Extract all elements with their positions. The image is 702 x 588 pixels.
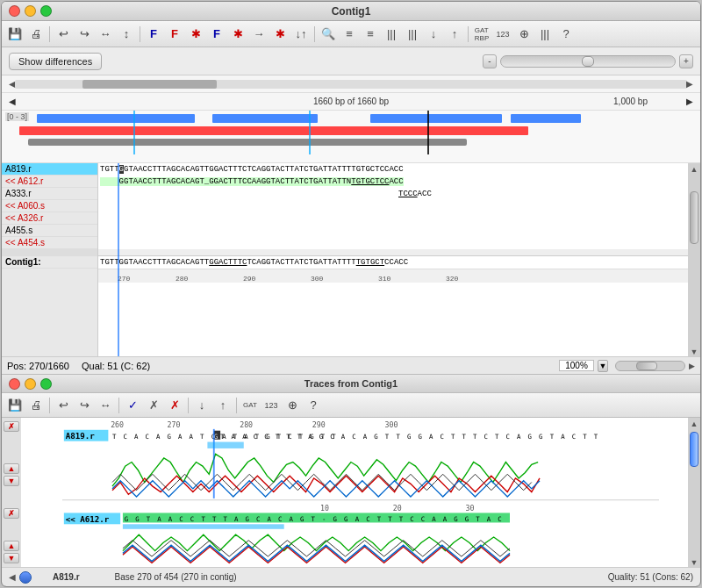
redo-icon[interactable]: ↪ [75, 25, 94, 44]
read-name-a060[interactable]: << A060.s [2, 200, 97, 212]
undo-icon[interactable]: ↩ [54, 25, 73, 44]
svg-text:G G T A A C C T T T A G C A C : G G T A A C C T T T A G C A C A G T - G … [125, 515, 504, 523]
minimize-button[interactable] [25, 5, 36, 17]
zoom-dropdown[interactable]: ▼ [598, 360, 608, 372]
h-scrollbar-thumb[interactable] [636, 362, 656, 370]
flip-v-icon[interactable]: ↕ [117, 25, 136, 44]
seq-row-a060 [98, 200, 688, 212]
svg-rect-12 [207, 442, 243, 448]
trace-gat-icon[interactable]: GAT [240, 396, 260, 415]
ruler-300: 300 [311, 275, 323, 283]
trace-link-icon[interactable]: ⊕ [283, 396, 302, 415]
lower-thumb[interactable] [19, 571, 32, 584]
trace-flip-icon[interactable]: ↔ [96, 396, 115, 415]
trace-scrollbar-thumb[interactable] [690, 432, 698, 467]
font-red-icon[interactable]: F [165, 25, 184, 44]
font-icon[interactable]: F [144, 25, 163, 44]
read-name-a819[interactable]: A819.r [2, 163, 97, 176]
sequence-panel[interactable]: TGTTGGTAACCTTTAGCACAGTTGGACTTTCTCAGGTACT… [98, 163, 688, 356]
left-arrow[interactable]: ◀ [9, 97, 16, 106]
star2-icon[interactable]: ✱ [228, 25, 247, 44]
trace-scroll-down[interactable]: ▼ [691, 558, 698, 567]
gat-icon[interactable]: GATRBP [472, 25, 491, 44]
svg-text:290: 290 [312, 420, 326, 429]
num-icon[interactable]: 123 [493, 25, 512, 44]
read-name-a612[interactable]: << A612.r [2, 176, 97, 188]
trace-svg: 260 270 280 290 300 A819.r T C A C A G A… [21, 418, 700, 567]
trace-x2-icon[interactable]: ✗ [165, 396, 184, 415]
toolbar: 💾 🖨 ↩ ↪ ↔ ↕ F F ✱ F ✱ → ✱ ↓↑ 🔍 ≡ ≡ ||| |… [2, 21, 700, 47]
lower-left-arrow[interactable]: ◀ [9, 572, 16, 582]
trace-sort2-icon[interactable]: ↑ [213, 396, 233, 415]
scroll-up-btn[interactable]: ▲ [691, 165, 698, 174]
trace-nav-dn2[interactable]: ▼ [4, 553, 19, 563]
svg-text:280: 280 [240, 420, 253, 429]
seq-row-a326 [98, 212, 688, 225]
read-name-a454[interactable]: << A454.s [2, 237, 97, 249]
trace-close-button[interactable] [9, 378, 20, 390]
vertical-scrollbar[interactable]: ▲ ▼ [688, 163, 700, 356]
read-name-a333[interactable]: A333.r [2, 188, 97, 200]
print-icon[interactable]: 🖨 [26, 25, 46, 44]
trace-nav-up1[interactable]: ▲ [4, 463, 19, 474]
trace-sort-icon[interactable]: ↓ [192, 396, 211, 415]
trace-min-button[interactable] [25, 378, 36, 390]
search-icon[interactable]: 🔍 [319, 25, 338, 44]
read-name-a326[interactable]: << A326.r [2, 212, 97, 225]
trace-undo-icon[interactable]: ↩ [54, 396, 73, 415]
scroll-down-btn[interactable]: ▼ [691, 348, 698, 356]
flip-h-icon[interactable]: ↔ [96, 25, 115, 44]
trace-x-icon[interactable]: ✗ [144, 396, 163, 415]
svg-text:10: 10 [320, 504, 329, 513]
font-b-icon[interactable]: F [207, 25, 226, 44]
trace-nav-up2[interactable]: ▲ [4, 541, 19, 551]
star-icon[interactable]: ✱ [186, 25, 205, 44]
trace-save-icon[interactable]: 💾 [5, 396, 25, 415]
pipe-icon[interactable]: ||| [535, 25, 555, 44]
slider-minus-button[interactable]: - [483, 54, 497, 68]
slider-track[interactable] [500, 55, 676, 68]
seq-row-a333: TCCCACC [98, 188, 688, 200]
overview-scale: ◀ ▶ [2, 75, 700, 93]
list-icon[interactable]: ≡ [340, 25, 359, 44]
show-differences-button[interactable]: Show differences [9, 53, 102, 70]
slider-plus-button[interactable]: + [679, 54, 693, 68]
trace-check-icon[interactable]: ✓ [123, 396, 142, 415]
star3-icon[interactable]: ✱ [270, 25, 290, 44]
list2-icon[interactable]: ≡ [361, 25, 380, 44]
trace-scroll-up[interactable]: ▲ [691, 419, 698, 428]
down-icon[interactable]: ↓ [424, 25, 443, 44]
separator [2, 249, 97, 256]
bars2-icon[interactable]: ||| [403, 25, 422, 44]
close-button[interactable] [9, 5, 20, 17]
help-icon[interactable]: ? [556, 25, 576, 44]
scroll-right-btn[interactable]: ▶ [689, 362, 695, 370]
trace-scrollbar-v[interactable]: ▲ ▼ [688, 418, 700, 567]
h-scrollbar[interactable] [615, 361, 685, 371]
trace-num-icon[interactable]: 123 [261, 396, 281, 415]
up-icon[interactable]: ↑ [445, 25, 464, 44]
trace-max-button[interactable] [40, 378, 52, 390]
arrow-icon[interactable]: → [249, 25, 269, 44]
read-name-a455[interactable]: A455.s [2, 225, 97, 237]
lower-base-info: Base 270 of 454 (270 in contig) [115, 572, 237, 582]
link-icon[interactable]: ⊕ [514, 25, 534, 44]
contig-name: Contig1: [2, 256, 97, 269]
sort-icon[interactable]: ↓↑ [291, 25, 311, 44]
trace-help-icon[interactable]: ? [304, 396, 323, 415]
svg-text:<< A612.r: << A612.r [66, 514, 110, 524]
scrollbar-thumb[interactable] [690, 191, 698, 244]
svg-text:T A A C C T T T A G C A C A G : T A A C C T T T A G C A C A G T T G G A … [220, 433, 599, 441]
bars-icon[interactable]: ||| [382, 25, 401, 44]
maximize-button[interactable] [40, 5, 52, 17]
trace-btn-x1[interactable]: ✗ [4, 421, 19, 432]
lower-panel: 💾 🖨 ↩ ↪ ↔ ✓ ✗ ✗ ↓ ↑ GAT 123 ⊕ ? ✗ ▲ [2, 393, 700, 586]
trace-redo-icon[interactable]: ↪ [75, 396, 94, 415]
save-icon[interactable]: 💾 [5, 25, 25, 44]
trace-print-icon[interactable]: 🖨 [26, 396, 46, 415]
right-arrow[interactable]: ▶ [686, 97, 693, 106]
trace-btn-x2[interactable]: ✗ [4, 508, 19, 519]
trace-nav-dn1[interactable]: ▼ [4, 476, 19, 486]
slider-thumb[interactable] [582, 56, 594, 67]
sequence-ruler: 270 280 290 300 310 320 [98, 269, 688, 283]
